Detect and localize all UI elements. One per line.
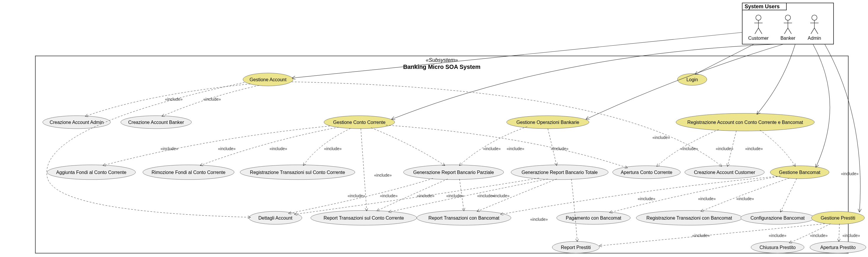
- svg-text:Login: Login: [686, 77, 698, 82]
- svg-text:Report Prestiti: Report Prestiti: [561, 245, 591, 250]
- svg-text:Report Transazioni sul Conto C: Report Transazioni sul Conto Corrente: [323, 216, 404, 221]
- svg-text:Gestione Operazioni Bankarie: Gestione Operazioni Bankarie: [516, 120, 579, 125]
- svg-text:«include»: «include»: [165, 97, 183, 102]
- uc-configurazione-bancomat: Configurazione Bancomat: [741, 212, 814, 224]
- svg-text:«include»: «include»: [506, 146, 524, 151]
- uc-registrazione-transazioni-bancomat: Registrazione Transazioni con Bancomat: [636, 211, 742, 225]
- svg-text:Aggiunta Fondi al Conto Corren: Aggiunta Fondi al Conto Corrente: [56, 170, 126, 175]
- svg-text:Registrazione Transazioni sul : Registrazione Transazioni sul Conto Corr…: [250, 170, 345, 175]
- svg-text:Dettagli Account: Dettagli Account: [258, 216, 292, 221]
- svg-text:«include»: «include»: [530, 217, 548, 222]
- svg-text:Creazione Account Customer: Creazione Account Customer: [694, 170, 755, 175]
- svg-text:«include»: «include»: [842, 233, 860, 238]
- svg-text:Creazione Account Banker: Creazione Account Banker: [128, 120, 184, 125]
- svg-text:Pagamento con Bancomat: Pagamento con Bancomat: [566, 216, 621, 221]
- svg-text:Generazione Report Bancario Pa: Generazione Report Bancario Parziale: [413, 170, 494, 175]
- svg-text:«include»: «include»: [551, 146, 568, 151]
- svg-line-67: [695, 44, 754, 74]
- svg-text:Apertura Prestito: Apertura Prestito: [820, 245, 856, 250]
- uc-report-transazioni-conto: Report Transazioni sul Conto Corrente: [311, 211, 417, 225]
- system-users-title: System Users: [745, 3, 780, 9]
- actor-customer-label: Customer: [748, 36, 769, 41]
- uc-creazione-account-customer: Creazione Account Customer: [685, 166, 764, 179]
- svg-text:«include»: «include»: [652, 135, 670, 140]
- svg-text:«include»: «include»: [203, 97, 221, 102]
- svg-text:«include»: «include»: [483, 146, 501, 151]
- svg-text:Gestione Bancomat: Gestione Bancomat: [779, 170, 820, 175]
- uc-aggiunta-fondi: Aggiunta Fondi al Conto Corrente: [47, 165, 135, 180]
- uc-registrazione-account-full: Registrazione Account con Conto Corrente…: [676, 113, 814, 131]
- svg-text:«include»: «include»: [810, 233, 828, 238]
- svg-text:«include»: «include»: [745, 146, 763, 151]
- svg-text:Apertura Conto Corrente: Apertura Conto Corrente: [621, 170, 672, 175]
- svg-text:«include»: «include»: [324, 146, 342, 151]
- actor-banker-label: Banker: [780, 36, 796, 41]
- uc-gen-report-totale: Generazione Report Bancario Totale: [511, 165, 608, 180]
- uc-report-prestiti: Report Prestiti: [552, 242, 599, 253]
- uc-chiusura-prestito: Chiusura Prestito: [751, 242, 804, 253]
- uc-creazione-account-admin: Creazione Account Admin: [43, 116, 111, 129]
- svg-text:«include»: «include»: [417, 193, 434, 198]
- svg-text:«include»: «include»: [841, 171, 859, 176]
- svg-text:Chiusura Prestito: Chiusura Prestito: [760, 245, 796, 250]
- svg-text:«include»: «include»: [218, 146, 236, 151]
- uc-gestione-operazioni-bankarie: Gestione Operazioni Bankarie: [506, 116, 589, 129]
- svg-text:«include»: «include»: [692, 233, 710, 238]
- uc-pagamento-bancomat: Pagamento con Bancomat: [557, 212, 630, 224]
- svg-line-68: [292, 32, 742, 78]
- uc-creazione-account-banker: Creazione Account Banker: [121, 116, 191, 129]
- svg-text:«include»: «include»: [638, 196, 655, 201]
- svg-text:Gestione Conto Corrente: Gestione Conto Corrente: [333, 120, 385, 125]
- svg-text:«include»: «include»: [736, 196, 754, 201]
- svg-text:«include»: «include»: [374, 173, 392, 178]
- svg-text:Generazione Report Bancario To: Generazione Report Bancario Totale: [522, 170, 598, 175]
- uc-login: Login: [677, 73, 707, 85]
- svg-text:«include»: «include»: [769, 233, 786, 238]
- svg-text:«include»: «include»: [270, 146, 287, 151]
- uc-gestione-prestiti: Gestione Prestiti: [811, 212, 865, 224]
- uc-apertura-conto: Apertura Conto Corrente: [613, 166, 680, 179]
- uc-registrazione-transazioni-conto: Registrazione Transazioni sul Conto Corr…: [240, 165, 355, 180]
- svg-text:Gestione Account: Gestione Account: [249, 77, 287, 82]
- uc-rimozione-fondi: Rimozione Fondi al Conto Corrente: [143, 165, 234, 180]
- uc-report-transazioni-bancomat: Report Transazioni con Bancomat: [417, 211, 511, 225]
- svg-text:«include»: «include»: [698, 196, 716, 201]
- svg-text:«include»: «include»: [446, 193, 464, 198]
- svg-text:Creazione Account Admin: Creazione Account Admin: [50, 120, 103, 125]
- svg-text:Gestione Prestiti: Gestione Prestiti: [820, 216, 855, 221]
- uc-dettagli-account: Dettagli Account: [249, 212, 302, 224]
- svg-text:Registrazione Account con Cont: Registrazione Account con Conto Corrente…: [687, 120, 803, 125]
- subsystem-title: Banking Micro SOA System: [403, 64, 481, 70]
- uc-gestione-bancomat: Gestione Bancomat: [770, 166, 829, 179]
- uc-apertura-prestito: Apertura Prestito: [810, 242, 866, 253]
- svg-text:Configurazione Bancomat: Configurazione Bancomat: [750, 216, 805, 221]
- uc-gestione-account: Gestione Account: [243, 73, 293, 86]
- svg-text:«include»: «include»: [716, 146, 734, 151]
- svg-text:Rimozione Fondi al Conto Corre: Rimozione Fondi al Conto Corrente: [152, 170, 226, 175]
- svg-text:Report Transazioni con Bancoma: Report Transazioni con Bancomat: [428, 216, 499, 221]
- uc-gestione-conto-corrente: Gestione Conto Corrente: [324, 116, 395, 129]
- svg-text:«include»: «include»: [492, 193, 509, 198]
- subsystem-stereotype: «Subsystem»: [426, 57, 458, 63]
- uc-gen-report-parziale: Generazione Report Bancario Parziale: [404, 165, 504, 180]
- svg-text:Registrazione Transazioni con : Registrazione Transazioni con Bancomat: [647, 216, 732, 221]
- actor-admin-label: Admin: [808, 36, 821, 41]
- svg-text:«include»: «include»: [680, 146, 698, 151]
- svg-text:«include»: «include»: [160, 146, 178, 151]
- svg-text:«include»: «include»: [380, 193, 398, 198]
- svg-text:«include»: «include»: [347, 193, 365, 198]
